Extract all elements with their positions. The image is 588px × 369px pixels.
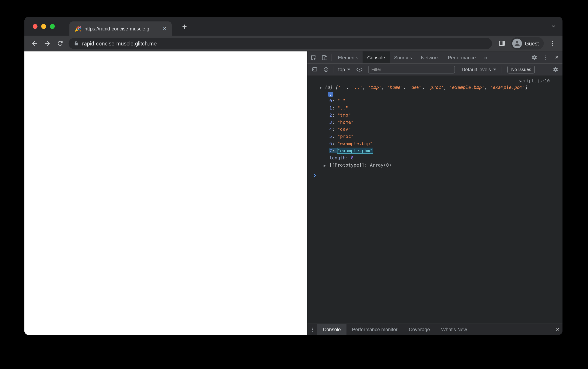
array-item-row: 3: "home"	[307, 119, 562, 126]
url-text: rapid-concise-muscle.glitch.me	[82, 40, 157, 46]
console-output[interactable]: script.js:10 ▼ (8)['.', '..', 'tmp', 'ho…	[307, 75, 562, 324]
console-prompt[interactable]	[307, 172, 562, 178]
drawer-close-icon[interactable]: ×	[553, 324, 563, 335]
devtools-panel: Elements Console Sources Network Perform…	[307, 51, 563, 335]
back-button[interactable]	[28, 37, 41, 50]
tab-strip: 🎉 https://rapid-concise-muscle.g × +	[24, 17, 562, 36]
expand-triangle-icon[interactable]: ▶	[324, 162, 326, 169]
devtools-menu-icon[interactable]	[540, 52, 551, 63]
avatar	[512, 39, 522, 48]
page-viewport[interactable]	[24, 51, 307, 335]
screen: 🎉 https://rapid-concise-muscle.g × + r	[0, 0, 588, 369]
collapse-triangle-icon[interactable]: ▼	[319, 84, 322, 92]
array-count: (8)	[325, 85, 333, 90]
drawer-tab-whats-new[interactable]: What's New	[436, 324, 473, 335]
divider	[331, 54, 332, 61]
bracket: ]	[525, 85, 528, 90]
devtools-tabbar: Elements Console Sources Network Perform…	[307, 51, 562, 64]
tab-console[interactable]: Console	[363, 51, 390, 63]
length-label: length	[329, 155, 345, 160]
prototype-value: Array(0)	[370, 162, 392, 167]
settings-gear-icon[interactable]	[529, 52, 540, 63]
array-item-row: 6: "example.bmp"	[307, 140, 562, 147]
tab-favicon-icon: 🎉	[75, 26, 81, 31]
array-item-row: 2: "tmp"	[307, 112, 562, 119]
window-content: Elements Console Sources Network Perform…	[24, 51, 562, 335]
divider	[333, 66, 334, 72]
tab-title: https://rapid-concise-muscle.g	[85, 26, 159, 31]
clear-console-icon[interactable]	[320, 64, 331, 75]
drawer-menu-icon[interactable]	[307, 324, 317, 335]
tab-close-icon[interactable]: ×	[161, 25, 168, 32]
console-sidebar-icon[interactable]	[309, 64, 320, 75]
browser-menu-button[interactable]	[546, 37, 559, 50]
console-toolbar: top Default levels No Issues	[307, 64, 562, 75]
chevron-down-icon	[347, 69, 350, 70]
forward-button[interactable]	[41, 37, 54, 50]
device-toolbar-icon[interactable]	[319, 52, 330, 63]
bracket: [	[335, 85, 338, 90]
profile-label: Guest	[525, 40, 539, 46]
array-item-row: 7: "example.pbm"	[307, 147, 562, 154]
context-selector[interactable]: top	[335, 66, 354, 72]
tab-performance[interactable]: Performance	[443, 51, 480, 63]
divider	[501, 66, 502, 72]
window-controls	[33, 24, 55, 29]
colon: :	[345, 155, 351, 160]
info-row: i	[307, 91, 562, 97]
source-link[interactable]: script.js:10	[518, 78, 550, 83]
log-source-row: script.js:10	[307, 78, 562, 84]
array-item-row: 0: "."	[307, 97, 562, 104]
browser-window: 🎉 https://rapid-concise-muscle.g × + r	[24, 17, 562, 335]
issues-counter[interactable]: No Issues	[507, 65, 535, 73]
drawer-tab-coverage[interactable]: Coverage	[403, 324, 436, 335]
tab-sources[interactable]: Sources	[390, 51, 416, 63]
length-value: 8	[351, 155, 354, 160]
url-bar[interactable]: rapid-concise-muscle.glitch.me	[69, 38, 492, 49]
array-preview: ▼ (8)['.', '..', 'tmp', 'home', 'dev', '…	[307, 84, 562, 91]
array-items: 0: "."1: ".."2: "tmp"3: "home"4: "dev"5:…	[307, 97, 562, 154]
browser-tab[interactable]: 🎉 https://rapid-concise-muscle.g ×	[70, 21, 172, 36]
log-levels-selector[interactable]: Default levels	[458, 66, 499, 72]
colon: :	[365, 162, 370, 167]
filter-input[interactable]	[368, 65, 455, 73]
profile-chip[interactable]: Guest	[510, 37, 544, 50]
chevron-down-icon	[493, 69, 496, 70]
side-panel-button[interactable]	[496, 37, 508, 50]
new-tab-button[interactable]: +	[179, 21, 190, 32]
array-item-row: 4: "dev"	[307, 126, 562, 133]
devtools-drawer: Console Performance monitor Coverage Wha…	[307, 324, 562, 335]
length-row: length: 8	[307, 154, 562, 162]
browser-toolbar: rapid-concise-muscle.glitch.me Guest	[24, 36, 562, 51]
inspect-element-icon[interactable]	[307, 52, 319, 63]
zoom-window-button[interactable]	[50, 24, 55, 29]
prototype-label: [[Prototype]]	[329, 162, 364, 167]
tab-network[interactable]: Network	[416, 51, 443, 63]
close-window-button[interactable]	[33, 24, 38, 29]
prompt-chevron-icon	[313, 173, 316, 178]
array-item-row: 5: "proc"	[307, 133, 562, 140]
tab-search-chevron-icon[interactable]	[551, 23, 557, 29]
tab-elements[interactable]: Elements	[334, 51, 363, 63]
array-preview-items: '.', '..', 'tmp', 'home', 'dev', 'proc',…	[338, 85, 525, 90]
info-icon[interactable]: i	[328, 92, 333, 97]
lock-icon	[74, 41, 79, 46]
live-expression-eye-icon[interactable]	[354, 64, 365, 75]
drawer-tab-console[interactable]: Console	[317, 324, 346, 335]
console-settings-gear-icon[interactable]	[550, 64, 561, 75]
more-tabs-button[interactable]: »	[480, 54, 491, 61]
drawer-tab-performance-monitor[interactable]: Performance monitor	[346, 324, 403, 335]
minimize-window-button[interactable]	[41, 24, 46, 29]
array-item-row: 1: ".."	[307, 104, 562, 112]
prototype-row[interactable]: ▶ [[Prototype]]: Array(0)	[307, 162, 562, 169]
reload-button[interactable]	[53, 37, 66, 50]
devtools-close-icon[interactable]: ×	[551, 52, 562, 63]
